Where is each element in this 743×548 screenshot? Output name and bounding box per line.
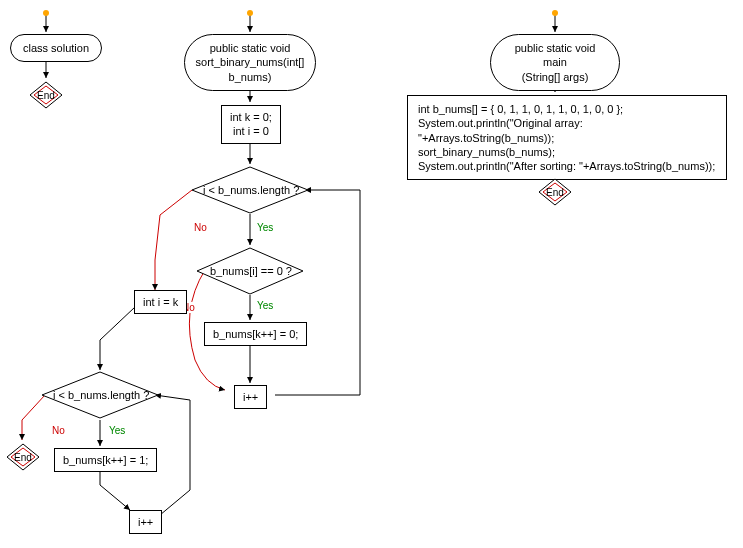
end-text-3: End: [546, 187, 564, 198]
reset-i-text: int i = k: [143, 295, 178, 309]
end-node-3: End: [537, 177, 573, 207]
assign-one-text: b_nums[k++] = 1;: [63, 453, 148, 467]
inc2-text: i++: [138, 515, 153, 529]
assign-zero-text: b_nums[k++] = 0;: [213, 327, 298, 341]
reset-i-node: int i = k: [134, 290, 187, 314]
start-dot-1: [43, 10, 49, 16]
end-node-2: End: [5, 442, 41, 472]
end-text-1: End: [37, 90, 55, 101]
main-node: public static void main (String[] args): [490, 34, 620, 91]
class-solution-text: class solution: [23, 41, 89, 55]
code-block-node: int b_nums[] = { 0, 1, 1, 0, 1, 1, 0, 1,…: [407, 95, 727, 180]
inc2-node: i++: [129, 510, 162, 534]
end-text-2: End: [14, 452, 32, 463]
cond3-no-label: No: [50, 425, 67, 436]
cond2-text: b_nums[i] == 0 ?: [210, 265, 292, 277]
main-text: public static void main (String[] args): [503, 41, 607, 84]
method-text: public static void sort_binary_nums(int[…: [196, 41, 305, 84]
end-node-1: End: [28, 80, 64, 110]
inc1-node: i++: [234, 385, 267, 409]
init-text: int k = 0; int i = 0: [230, 110, 272, 139]
cond1-diamond: i < b_nums.length ?: [190, 165, 310, 217]
method-node: public static void sort_binary_nums(int[…: [184, 34, 316, 91]
cond3-diamond: i < b_nums.length ?: [40, 370, 160, 422]
assign-zero-node: b_nums[k++] = 0;: [204, 322, 307, 346]
cond3-text: i < b_nums.length ?: [53, 389, 149, 401]
cond2-yes-label: Yes: [255, 300, 275, 311]
cond1-yes-label: Yes: [255, 222, 275, 233]
start-dot-3: [552, 10, 558, 16]
cond3-yes-label: Yes: [107, 425, 127, 436]
cond2-diamond: b_nums[i] == 0 ?: [195, 246, 305, 298]
cond1-no-label: No: [192, 222, 209, 233]
init-node: int k = 0; int i = 0: [221, 105, 281, 144]
start-dot-2: [247, 10, 253, 16]
cond1-text: i < b_nums.length ?: [203, 184, 299, 196]
inc1-text: i++: [243, 390, 258, 404]
code-block-text: int b_nums[] = { 0, 1, 1, 0, 1, 1, 0, 1,…: [418, 102, 716, 173]
class-solution-node: class solution: [10, 34, 102, 62]
assign-one-node: b_nums[k++] = 1;: [54, 448, 157, 472]
